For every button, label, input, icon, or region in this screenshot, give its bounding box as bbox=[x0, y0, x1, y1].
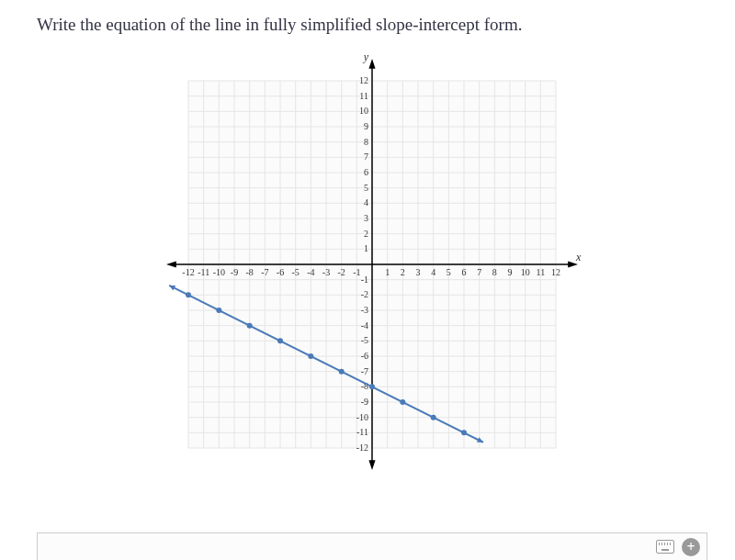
x-tick: -2 bbox=[337, 267, 345, 277]
y-tick: -2 bbox=[361, 289, 368, 299]
y-tick: -12 bbox=[356, 442, 368, 453]
x-tick: 8 bbox=[492, 267, 497, 277]
data-point bbox=[277, 338, 283, 343]
svg-marker-54 bbox=[166, 261, 176, 267]
data-point bbox=[186, 292, 191, 297]
data-point bbox=[369, 384, 375, 389]
x-tick: -11 bbox=[198, 267, 209, 277]
y-tick: -5 bbox=[361, 335, 368, 345]
x-tick: 4 bbox=[431, 267, 435, 277]
y-axis-label: y bbox=[363, 53, 369, 63]
data-point bbox=[431, 415, 436, 420]
x-tick: -10 bbox=[213, 267, 225, 277]
y-tick: -6 bbox=[361, 351, 368, 361]
y-tick: 3 bbox=[364, 213, 368, 223]
x-tick: 1 bbox=[385, 267, 390, 277]
y-tick: 7 bbox=[364, 151, 368, 162]
answer-toolbar: + bbox=[37, 532, 707, 560]
y-tick: 1 bbox=[364, 243, 368, 253]
add-icon[interactable]: + bbox=[681, 537, 701, 557]
x-tick: 12 bbox=[551, 267, 560, 277]
x-tick: -1 bbox=[353, 267, 360, 277]
y-tick: 12 bbox=[359, 75, 368, 85]
data-point bbox=[308, 353, 313, 359]
x-tick: 6 bbox=[462, 267, 467, 277]
x-tick: -12 bbox=[182, 267, 194, 277]
x-tick: 9 bbox=[508, 267, 513, 277]
x-tick: -7 bbox=[261, 267, 268, 277]
y-tick: -11 bbox=[356, 427, 368, 437]
y-tick: 9 bbox=[364, 121, 368, 131]
data-point bbox=[461, 430, 467, 435]
x-tick: -8 bbox=[245, 267, 253, 277]
question-text: Write the equation of the line in fully … bbox=[37, 15, 707, 35]
x-tick: 5 bbox=[447, 267, 451, 277]
y-tick: 10 bbox=[359, 106, 368, 116]
x-tick: -6 bbox=[277, 267, 284, 277]
data-point bbox=[247, 323, 253, 329]
chart-container: xy-12-11-10-9-8-7-6-5-4-3-2-112345678910… bbox=[37, 53, 707, 476]
y-tick: -7 bbox=[361, 366, 368, 376]
y-tick: 6 bbox=[364, 167, 368, 177]
data-point bbox=[216, 308, 221, 313]
keyboard-icon[interactable] bbox=[655, 537, 675, 557]
x-tick: -4 bbox=[307, 267, 314, 277]
y-tick: -3 bbox=[361, 305, 368, 315]
x-tick: -5 bbox=[291, 267, 299, 277]
x-tick: 3 bbox=[416, 267, 421, 277]
y-tick: -9 bbox=[361, 397, 368, 407]
x-tick: 11 bbox=[537, 267, 546, 277]
x-tick: 10 bbox=[521, 267, 530, 277]
x-tick: -9 bbox=[231, 267, 238, 277]
data-point bbox=[400, 399, 405, 405]
x-tick: 7 bbox=[477, 267, 481, 277]
y-tick: 4 bbox=[364, 197, 368, 207]
y-tick: -1 bbox=[361, 274, 368, 285]
data-point bbox=[339, 369, 345, 375]
x-tick: -3 bbox=[322, 267, 330, 277]
x-tick: 2 bbox=[401, 267, 405, 277]
coordinate-plane: xy-12-11-10-9-8-7-6-5-4-3-2-112345678910… bbox=[161, 53, 583, 476]
svg-marker-56 bbox=[368, 460, 375, 470]
y-tick: -4 bbox=[361, 320, 368, 330]
svg-marker-55 bbox=[368, 59, 375, 69]
y-tick: 11 bbox=[359, 91, 368, 101]
y-tick: -10 bbox=[356, 412, 368, 422]
y-tick: 5 bbox=[364, 183, 368, 193]
y-tick: 2 bbox=[364, 229, 368, 239]
x-axis-label: x bbox=[575, 251, 582, 263]
y-tick: 8 bbox=[364, 137, 368, 147]
